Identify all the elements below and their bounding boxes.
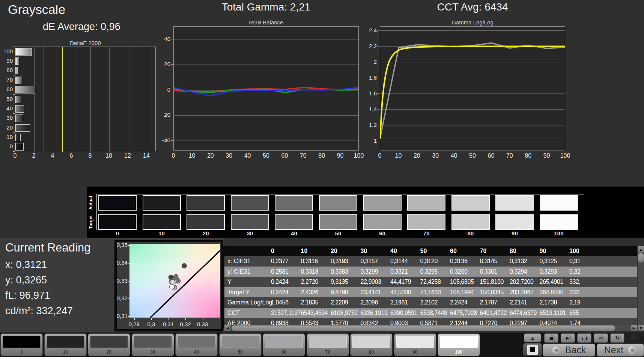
table-header-cell: 90: [540, 248, 546, 255]
table-cell: 0,3144: [390, 258, 408, 265]
axis-tick: [378, 62, 379, 62]
pattern-tile[interactable]: 20: [88, 333, 130, 356]
actual-swatch: [540, 195, 578, 211]
tile-level-label: 10: [45, 349, 86, 355]
refresh-button[interactable]: ↻: [610, 333, 624, 343]
toolbar-right-cap: [625, 333, 644, 343]
axis-label: 0: [1, 143, 13, 149]
scroll-right-button[interactable]: ▶: [631, 325, 637, 331]
axis-label: 0,32: [178, 321, 193, 327]
table-row: CCT21527,11376543,45346108,97526336,1919…: [224, 308, 637, 318]
table-cell: 2,2141: [510, 299, 527, 306]
pattern-tile[interactable]: 50: [219, 333, 262, 356]
collapse-toolbar-button[interactable]: ▲: [524, 333, 541, 342]
axis-tick: [169, 318, 169, 320]
series-line-measured: [380, 43, 565, 138]
tile-level-label: 60: [263, 349, 305, 355]
reading-x: x: 0,3121: [5, 259, 47, 271]
axis-label: 100: [354, 152, 364, 159]
gridline: [128, 47, 128, 152]
table-horizontal-scrollbar[interactable]: ◀ ▶: [224, 325, 637, 331]
next-button[interactable]: Next »: [597, 343, 644, 357]
table-header-cell: 60: [450, 248, 457, 255]
tile-swatch: [90, 336, 128, 348]
pattern-tile[interactable]: 100: [438, 333, 480, 356]
vertical-scroll-thumb[interactable]: [638, 253, 644, 262]
tile-level-label: 40: [176, 349, 217, 355]
swatch-level-label: 100: [537, 230, 581, 236]
table-cell: 203,4867: [510, 289, 534, 296]
table-cell: 9,8798: [331, 289, 348, 296]
table-cell: 2,2209: [331, 299, 348, 306]
axis-label: 50: [261, 152, 271, 159]
tile-swatch: [352, 336, 390, 348]
table-cell: 150,8345: [480, 289, 504, 296]
pattern-tile[interactable]: 30: [132, 333, 174, 356]
table-cell: 6513,1191: [540, 310, 566, 316]
pattern-tile[interactable]: 40: [175, 333, 218, 356]
axis-tick: [378, 46, 379, 47]
actual-swatch: [407, 195, 445, 211]
axis-label: 0,29: [126, 321, 141, 327]
axis-tick: [13, 123, 15, 123]
pattern-window-button[interactable]: [523, 343, 542, 356]
table-cell: 0,3321: [390, 268, 408, 275]
target-row-label: Target: [83, 214, 98, 230]
pattern-tile[interactable]: 60: [263, 333, 305, 356]
series-measure-button[interactable]: [‥]: [577, 333, 591, 343]
cie-scatter-plot: [129, 244, 220, 318]
tile-swatch: [309, 336, 347, 348]
tile-swatch: [265, 336, 303, 348]
axis-tick: [13, 85, 15, 85]
rgb-balance-chart-title: RGB Balance: [173, 19, 359, 26]
deltae-bar: [15, 86, 35, 93]
axis-label: 20: [158, 61, 170, 67]
table-cell: 332,: [569, 289, 581, 296]
table-cell: 6538,7448: [420, 310, 447, 316]
swatch-level-label: 30: [228, 230, 272, 236]
horizontal-scroll-thumb[interactable]: [232, 325, 615, 331]
pattern-tile[interactable]: 80: [350, 333, 393, 356]
scroll-up-button[interactable]: ▲: [638, 246, 644, 253]
table-cell: 44,4179: [390, 279, 411, 285]
pattern-tile[interactable]: 10: [44, 333, 87, 356]
cct-average-value: CCT Avg: 6434: [380, 1, 565, 13]
play-button[interactable]: ▶: [561, 333, 575, 343]
daylight-locus-line: [150, 250, 220, 318]
target-swatch: [275, 214, 313, 230]
table-row-label: x: CIE31: [227, 258, 250, 265]
table-cell: 22,9003: [361, 279, 381, 285]
axis-label: 20: [412, 152, 422, 159]
tile-level-label: 70: [307, 349, 349, 355]
axis-label: 0,32: [115, 295, 128, 301]
back-button[interactable]: « Back: [543, 343, 595, 357]
table-cell: 0,2424: [271, 279, 289, 285]
pattern-tile[interactable]: 0: [0, 333, 43, 356]
tile-level-label: 90: [394, 349, 436, 355]
stop-button[interactable]: ■: [544, 333, 558, 343]
table-cell: 0,3125: [540, 258, 557, 265]
axis-label: 0: [375, 152, 385, 159]
pattern-tile[interactable]: 90: [394, 333, 436, 356]
actual-swatch: [275, 195, 313, 211]
table-vertical-scrollbar[interactable]: ▲ ▼: [638, 246, 644, 331]
pattern-tile[interactable]: 70: [307, 333, 349, 356]
table-row-label: Target Y: [227, 289, 250, 296]
axis-label: 2: [29, 152, 38, 159]
axis-label: 40: [449, 152, 459, 159]
scroll-left-button[interactable]: ◀: [224, 325, 230, 331]
disabled-indicator: [629, 334, 642, 342]
axis-tick: [151, 318, 152, 320]
axis-tick: [13, 142, 15, 142]
axis-tick: [378, 78, 379, 78]
deltae-bar: [15, 105, 24, 113]
scroll-down-button[interactable]: ▼: [638, 325, 644, 331]
table-cell: 2,1738: [540, 299, 557, 306]
table-header-cell: 0: [271, 248, 274, 255]
swatch-level-label: 50: [316, 230, 360, 236]
target-swatch: [319, 214, 357, 230]
axis-label: 1,6: [365, 90, 377, 96]
axis-label: 1,2: [365, 122, 377, 128]
table-cell: 21527,1137: [271, 310, 301, 316]
continuous-measure-button[interactable]: ∞: [594, 333, 608, 343]
